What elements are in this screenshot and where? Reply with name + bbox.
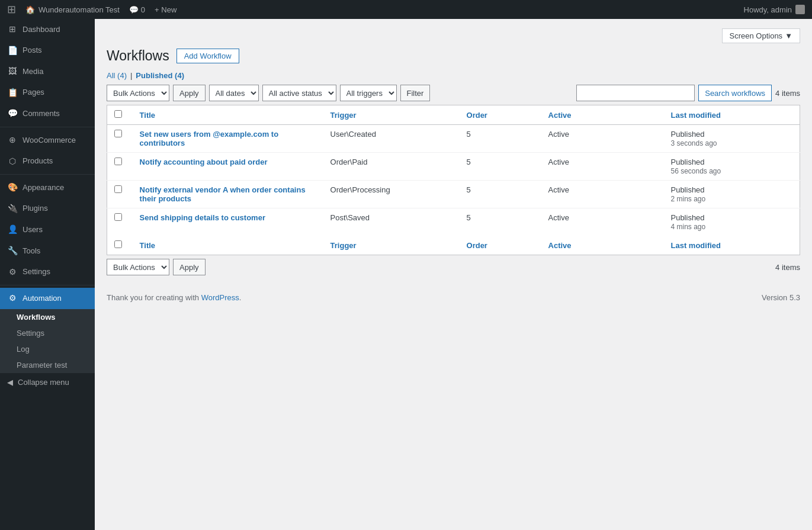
row-title-cell: Set new users from @example.com to contr… — [133, 125, 323, 153]
workflow-title-link-0[interactable]: Set new users from @example.com to contr… — [140, 130, 278, 147]
page-title: Workflows — [107, 48, 169, 64]
sidebar-item-products[interactable]: ⬡ Products — [0, 151, 95, 172]
sidebar-item-plugins[interactable]: 🔌 Plugins — [0, 198, 95, 220]
avatar — [795, 5, 805, 14]
apply-button-top[interactable]: Apply — [173, 85, 206, 101]
bulk-actions-wrapper: Bulk Actions — [107, 85, 169, 101]
sidebar-item-posts[interactable]: 📄 Posts — [0, 40, 95, 62]
comments-link[interactable]: 💬 0 — [129, 5, 145, 14]
wordpress-link[interactable]: WordPress — [201, 293, 239, 302]
posts-icon: 📄 — [7, 45, 18, 57]
tab-all[interactable]: All (4) — [107, 71, 127, 80]
pages-icon: 📋 — [7, 87, 18, 99]
site-icon: 🏠 — [25, 5, 35, 14]
status-filter-select[interactable]: All active status — [262, 85, 336, 101]
row-checkbox-1[interactable] — [114, 158, 122, 165]
collapse-menu-button[interactable]: ◀ Collapse menu — [0, 373, 95, 391]
submenu-workflows[interactable]: Workflows — [0, 309, 95, 325]
workflow-title-link-3[interactable]: Send shipping details to customer — [140, 213, 265, 222]
admin-menu: ⊞ Dashboard 📄 Posts 🖼 Media 📋 Pages 💬 Co… — [0, 19, 95, 530]
menu-separator-3 — [0, 285, 95, 285]
menu-separator-2 — [0, 174, 95, 175]
plugins-icon: 🔌 — [7, 203, 18, 215]
row-status: Published — [670, 213, 704, 222]
sidebar-item-tools[interactable]: 🔧 Tools — [0, 240, 95, 262]
submenu-settings[interactable]: Settings — [0, 325, 95, 341]
search-workflows-button[interactable]: Search workflows — [698, 85, 772, 101]
apply-button-bottom[interactable]: Apply — [173, 259, 206, 275]
row-active-cell: Active — [541, 125, 664, 153]
sort-active-link[interactable]: Active — [548, 111, 572, 120]
wp-logo-icon[interactable]: ⊞ — [7, 3, 16, 16]
row-order-cell: 5 — [460, 153, 541, 181]
comments-menu-icon: 💬 — [7, 108, 18, 120]
col-footer-last-modified: Last modified — [663, 236, 800, 255]
sidebar-item-users[interactable]: 👤 Users — [0, 219, 95, 240]
submenu-parameter-test[interactable]: Parameter test — [0, 357, 95, 373]
sort-active-footer-link[interactable]: Active — [548, 241, 572, 250]
new-link[interactable]: + New — [155, 5, 176, 14]
dates-filter-select[interactable]: All dates — [209, 85, 259, 101]
table-body: Set new users from @example.com to contr… — [107, 125, 800, 236]
sidebar-item-woocommerce[interactable]: ⊕ WooCommerce — [0, 130, 95, 151]
workflows-table: Title Trigger Order Active Last modified — [107, 105, 800, 255]
search-input[interactable] — [576, 85, 695, 101]
version-text: Version 5.3 — [762, 293, 800, 302]
row-trigger-cell: Post\Saved — [323, 208, 460, 236]
sort-title-link[interactable]: Title — [140, 111, 156, 120]
sidebar-item-dashboard[interactable]: ⊞ Dashboard — [0, 19, 95, 40]
sort-last-modified-link[interactable]: Last modified — [670, 111, 721, 120]
col-header-title: Title — [133, 105, 323, 125]
row-time: 3 seconds ago — [670, 139, 717, 147]
items-count-top: 4 items — [775, 89, 800, 98]
row-checkbox-0[interactable] — [114, 130, 122, 137]
sidebar-item-comments[interactable]: 💬 Comments — [0, 103, 95, 124]
submenu-log[interactable]: Log — [0, 341, 95, 357]
admin-bar: ⊞ 🏠 Wunderautomation Test 💬 0 + New Howd… — [0, 0, 812, 19]
row-checkbox-2[interactable] — [114, 185, 122, 193]
select-all-checkbox-bottom[interactable] — [114, 240, 122, 248]
sort-order-link[interactable]: Order — [467, 111, 487, 120]
dashboard-icon: ⊞ — [7, 24, 18, 36]
tablenav-left: Bulk Actions Apply All dates All active … — [107, 85, 430, 101]
workflow-title-link-2[interactable]: Notify external vendor A when order cont… — [140, 185, 306, 203]
row-time: 56 seconds ago — [670, 167, 721, 175]
sidebar-item-pages[interactable]: 📋 Pages — [0, 82, 95, 104]
sort-title-footer-link[interactable]: Title — [140, 241, 156, 250]
bottom-bulk-actions-select[interactable]: Bulk Actions — [107, 259, 169, 275]
row-active-cell: Active — [541, 153, 664, 181]
woocommerce-icon: ⊕ — [7, 134, 18, 146]
triggers-filter-select[interactable]: All triggers — [340, 85, 397, 101]
site-name[interactable]: 🏠 Wunderautomation Test — [25, 5, 120, 14]
bottom-items-count: 4 items — [775, 263, 800, 272]
select-all-checkbox-top[interactable] — [114, 110, 122, 118]
sidebar-item-automation[interactable]: ⚙ Automation — [0, 288, 95, 309]
howdy-menu[interactable]: Howdy, admin — [744, 5, 805, 14]
sidebar-item-appearance[interactable]: 🎨 Appearance — [0, 177, 95, 198]
workflow-title-link-1[interactable]: Notify accounting about paid order — [140, 158, 268, 166]
sidebar-item-media[interactable]: 🖼 Media — [0, 61, 95, 82]
sort-trigger-link[interactable]: Trigger — [330, 111, 357, 120]
row-checkbox-3[interactable] — [114, 213, 122, 221]
sort-order-footer-link[interactable]: Order — [467, 241, 487, 250]
row-active-cell: Active — [541, 181, 664, 208]
row-active-cell: Active — [541, 208, 664, 236]
page-title-area: Workflows Add Workflow — [107, 48, 800, 64]
col-header-last-modified: Last modified — [663, 105, 800, 125]
media-icon: 🖼 — [7, 66, 18, 78]
sort-trigger-footer-link[interactable]: Trigger — [330, 241, 357, 250]
screen-options-button[interactable]: Screen Options ▼ — [722, 28, 800, 43]
bulk-actions-select[interactable]: Bulk Actions — [107, 85, 169, 101]
add-workflow-button[interactable]: Add Workflow — [176, 49, 239, 63]
tab-separator: | — [130, 71, 132, 80]
row-modified-cell: Published 3 seconds ago — [663, 125, 800, 153]
col-header-active: Active — [541, 105, 664, 125]
col-header-order: Order — [460, 105, 541, 125]
filter-button[interactable]: Filter — [400, 85, 431, 101]
col-footer-title: Title — [133, 236, 323, 255]
tab-published[interactable]: Published (4) — [136, 71, 184, 80]
screen-options-bar: Screen Options ▼ — [107, 26, 800, 48]
sort-last-modified-footer-link[interactable]: Last modified — [670, 241, 721, 250]
sidebar-item-settings[interactable]: ⚙ Settings — [0, 262, 95, 283]
bottom-tablenav-left: Bulk Actions Apply — [107, 259, 206, 275]
